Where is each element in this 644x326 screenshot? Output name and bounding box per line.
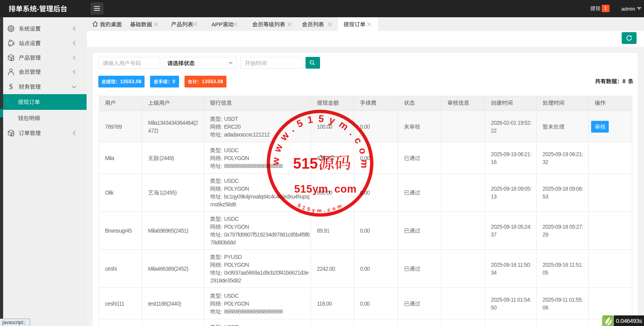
svg-text:515ym. com: 515ym. com <box>294 183 357 195</box>
svg-text:www.515ym.com: www.515ym.com <box>270 113 371 174</box>
svg-text:515: 515 <box>293 155 318 172</box>
